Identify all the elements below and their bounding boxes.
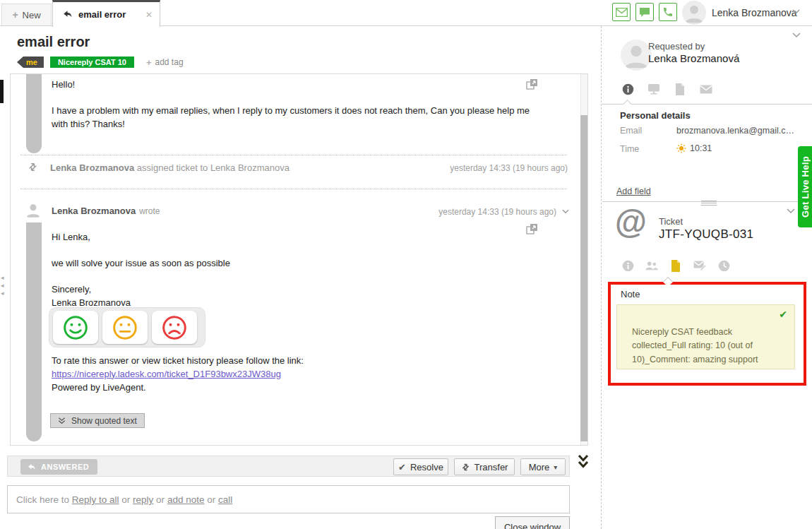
scrollbar-thumb[interactable]: [580, 115, 587, 441]
call-link[interactable]: call: [218, 494, 232, 505]
system-event-text: Lenka Brozmanova assigned ticket to Lenk…: [50, 162, 289, 173]
transfer-icon: [461, 463, 470, 472]
show-quoted-label: Show quoted text: [71, 416, 137, 426]
close-window-button[interactable]: Close window: [495, 516, 570, 529]
rating-neutral-button[interactable]: [102, 311, 148, 344]
powered-by: Powered by LiveAgent.: [52, 381, 304, 395]
system-event-row: Lenka Brozmanova assigned ticket to Lenk…: [11, 156, 587, 180]
add-field-link[interactable]: Add field: [616, 186, 651, 196]
ticket-action-bar: ANSWERED ✔ Resolve Transfer More ▾: [7, 456, 570, 477]
ticket-tab-email-error[interactable]: email error ✕: [52, 0, 160, 27]
system-event-action: assigned ticket to Lenka Brozmanova: [137, 162, 289, 173]
ticket-sidebar: Requested by Lenka Brozmanová Personal d…: [601, 26, 812, 529]
resolve-button[interactable]: ✔ Resolve: [393, 458, 448, 475]
mail-edit-tab-icon[interactable]: [693, 259, 706, 272]
status-badge: ANSWERED: [20, 459, 97, 475]
info-tab-icon[interactable]: [621, 83, 634, 95]
or-separator: or: [204, 494, 218, 505]
divider: [20, 155, 567, 155]
active-tab-label: email error: [78, 9, 140, 20]
new-call-button[interactable]: [659, 3, 677, 21]
mail-tab-icon[interactable]: [700, 83, 712, 95]
rating-link[interactable]: https://nicereply.ladesk.com/ticket_D1F9…: [52, 369, 281, 379]
phone-icon: [662, 6, 674, 18]
new-email-button[interactable]: [612, 3, 631, 21]
avatar: [24, 201, 42, 219]
chevron-down-icon[interactable]: [792, 32, 801, 38]
reply-arrow-icon: [27, 463, 36, 472]
divider: [602, 104, 812, 105]
annotation-highlight-box: Note ✔ Nicereply CSAT feedback collected…: [608, 282, 806, 386]
contacts-tab-icon[interactable]: [645, 259, 658, 272]
notes-tab-icon[interactable]: [669, 259, 682, 272]
status-label: ANSWERED: [41, 463, 89, 471]
scrollbar[interactable]: [580, 74, 587, 445]
close-tab-icon[interactable]: ✕: [145, 10, 153, 20]
wrote-label: wrote: [139, 206, 160, 216]
tags-row: me Nicereply CSAT 10 + add tag: [17, 57, 184, 68]
message-body: Hello! I have a problem with my email re…: [52, 78, 546, 131]
rate-instruction: To rate this answer or view ticket histo…: [52, 355, 304, 368]
info-tab-icon[interactable]: [621, 259, 634, 272]
add-tag-button[interactable]: + add tag: [146, 57, 184, 68]
reply-arrow-icon: [62, 9, 73, 20]
reply-to-all-link[interactable]: Reply to all: [72, 494, 119, 505]
user-avatar[interactable]: [682, 1, 706, 25]
note-heading: Note: [621, 289, 640, 299]
resolve-label: Resolve: [410, 462, 443, 472]
ticket-thread: Hello! I have a problem with my email re…: [10, 73, 588, 446]
message-indicator-bar: [26, 74, 42, 153]
document-tab-icon[interactable]: [674, 83, 686, 95]
ticket-label: Ticket: [659, 216, 683, 227]
new-tab-label: New: [23, 10, 41, 20]
contact-icon-tabs: [621, 83, 712, 95]
message-indicator-bar: [26, 222, 42, 441]
chat-bubble-icon: [639, 7, 650, 18]
reply-compose-bar[interactable]: Click here to Reply to all or reply or a…: [7, 485, 570, 513]
show-quoted-text-button[interactable]: Show quoted text: [50, 413, 145, 428]
time-row: 10:31: [676, 143, 712, 153]
message-author: Lenka Brozmanovawrote: [52, 206, 160, 216]
transfer-button[interactable]: Transfer: [454, 458, 515, 475]
or-separator: or: [119, 494, 133, 505]
double-chevron-down-icon: [58, 417, 66, 424]
monitor-tab-icon[interactable]: [647, 83, 660, 95]
chevron-down-icon[interactable]: [562, 209, 569, 214]
at-symbol-icon: @: [615, 203, 647, 241]
left-edge-strip: [0, 80, 4, 103]
smiley-neutral-icon: [112, 314, 138, 341]
user-menu[interactable]: Lenka Brozmanova: [712, 7, 797, 18]
check-icon: ✔: [779, 309, 787, 320]
active-tab-notch: [623, 100, 632, 109]
get-live-help-tab[interactable]: Get Live Help: [798, 146, 812, 227]
rating-bad-button[interactable]: [152, 311, 197, 344]
ticket-note[interactable]: ✔ Nicereply CSAT feedback collected_Full…: [616, 304, 795, 369]
chevron-down-icon[interactable]: [792, 9, 800, 14]
more-label: More: [529, 462, 550, 472]
time-value: 10:31: [690, 143, 712, 153]
panel-collapse-handle[interactable]: ◂◂◂: [1, 274, 4, 297]
message-timestamp: yesterday 14:33 (19 hours ago): [438, 207, 556, 217]
add-note-link[interactable]: add note: [167, 494, 205, 505]
chevron-down-icon[interactable]: [787, 208, 795, 214]
new-chat-button[interactable]: [635, 3, 654, 21]
tag-me[interactable]: me: [17, 57, 44, 68]
author-name: Lenka Brozmanova: [52, 206, 136, 216]
sun-icon: [676, 143, 686, 153]
system-event-timestamp: yesterday 14:33 (19 hours ago): [450, 163, 568, 173]
caret-down-icon: ▾: [554, 463, 557, 471]
divider: [20, 189, 567, 189]
assign-transfer-icon: [28, 162, 38, 172]
reply-link[interactable]: reply: [133, 494, 153, 505]
page-title: email error: [17, 34, 90, 50]
add-tag-label: add tag: [155, 57, 184, 67]
personal-details-heading: Personal details: [620, 110, 691, 121]
system-event-actor: Lenka Brozmanova: [50, 162, 134, 173]
tag-nicereply-csat[interactable]: Nicereply CSAT 10: [50, 57, 134, 68]
more-button[interactable]: More ▾: [520, 458, 566, 475]
new-ticket-tab[interactable]: + New: [1, 4, 52, 25]
rating-good-button[interactable]: [53, 311, 98, 344]
history-clock-tab-icon[interactable]: [717, 259, 730, 272]
collapse-thread-icon[interactable]: [578, 454, 589, 469]
resize-grip[interactable]: [701, 199, 717, 206]
